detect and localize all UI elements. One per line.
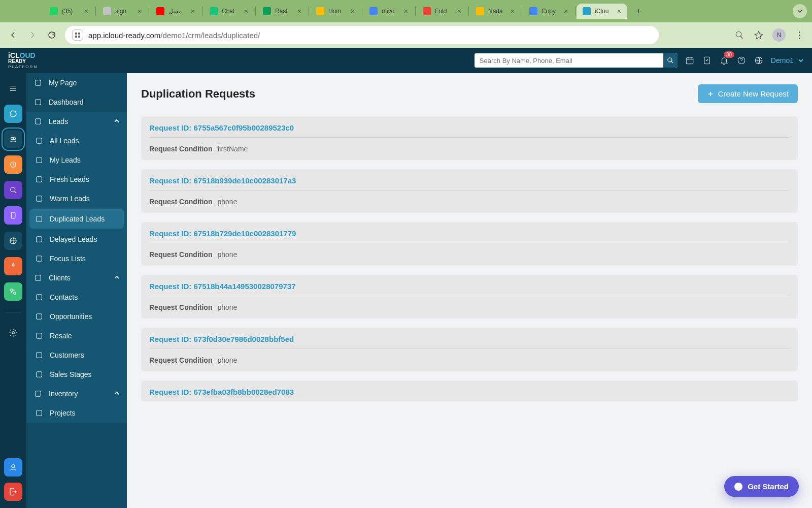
close-icon[interactable]: × [84, 7, 88, 15]
sidebar-item-icon [33, 389, 43, 398]
rail-item-7[interactable] [4, 257, 22, 275]
close-icon[interactable]: × [244, 7, 248, 15]
app-logo[interactable]: iCLOUD READY PLATFORM [8, 52, 38, 69]
request-id-link[interactable]: Request ID: 67518b729de10c0028301779 [149, 229, 296, 238]
svg-point-4 [736, 31, 741, 37]
rail-settings-icon[interactable] [4, 324, 22, 342]
sidebar-item[interactable]: Clients [26, 268, 127, 288]
rail-item-3[interactable] [4, 155, 22, 174]
sidebar-item-label: Duplicated Leads [50, 215, 105, 223]
sidebar-item[interactable]: Delayed Leads [26, 230, 127, 249]
url-box[interactable]: app.icloud-ready.com/demo1/crm/leads/dup… [65, 26, 659, 44]
request-card: Request ID: 67518b44a149530028079737Requ… [141, 275, 798, 319]
svg-rect-24 [37, 157, 42, 163]
search-input[interactable] [475, 53, 663, 68]
sidebar-item[interactable]: Fresh Leads [26, 170, 127, 189]
rail-item-6[interactable] [4, 232, 22, 250]
sidebar-item[interactable]: Inventory [26, 384, 127, 403]
favicon [369, 7, 378, 15]
sidebar-item[interactable]: Leads [26, 112, 127, 131]
create-request-button[interactable]: Create New Request [698, 84, 798, 103]
close-icon[interactable]: × [511, 7, 515, 15]
site-info-icon[interactable] [72, 29, 83, 41]
tab-label: Nada [488, 8, 506, 15]
rail-menu-icon[interactable] [4, 79, 22, 98]
request-id-link[interactable]: Request ID: 673f0d30e7986d0028bbf5ed [149, 335, 294, 343]
close-icon[interactable]: × [404, 7, 408, 15]
tab-overflow-button[interactable] [793, 4, 807, 18]
browser-menu-icon[interactable] [794, 29, 805, 41]
help-icon[interactable] [736, 55, 747, 66]
sidebar-item-icon [35, 331, 44, 340]
favicon [476, 7, 484, 15]
browser-tab[interactable]: Rasf× [257, 4, 308, 19]
rail-user-icon[interactable] [4, 458, 22, 477]
calendar-icon[interactable] [685, 55, 695, 66]
create-button-label: Create New Request [718, 89, 789, 98]
global-search [475, 53, 678, 68]
sidebar-item[interactable]: Duplicated Leads [29, 209, 124, 229]
browser-tab[interactable]: Hom× [310, 4, 361, 19]
close-icon[interactable]: × [138, 7, 142, 15]
browser-tab[interactable]: Nada× [470, 4, 521, 19]
svg-rect-0 [75, 33, 77, 35]
sidebar-item[interactable]: My Leads [26, 150, 127, 170]
sidebar-item[interactable]: Opportunities [26, 307, 127, 326]
profile-avatar[interactable]: N [772, 28, 786, 42]
rail-item-8[interactable] [4, 282, 22, 301]
browser-tab[interactable]: Chat× [204, 4, 254, 19]
close-icon[interactable]: × [617, 7, 621, 15]
new-tab-button[interactable]: + [631, 4, 646, 18]
sidebar-item-icon [33, 98, 43, 107]
forward-button[interactable] [26, 29, 39, 41]
tasks-icon[interactable] [702, 55, 712, 66]
request-id-link[interactable]: Request ID: 6755a567c0f95b00289523c0 [149, 123, 294, 132]
globe-icon[interactable] [754, 55, 764, 66]
back-button[interactable] [7, 29, 19, 41]
rail-logout-icon[interactable] [4, 483, 22, 501]
close-icon[interactable]: × [457, 7, 461, 15]
browser-tab[interactable]: Copy× [523, 4, 574, 19]
browser-tab[interactable]: sign× [97, 4, 148, 19]
request-card: Request ID: 6755a567c0f95b00289523c0Requ… [141, 116, 798, 160]
sidebar-item[interactable]: Customers [26, 345, 127, 365]
zoom-icon[interactable] [734, 29, 745, 41]
browser-tab[interactable]: iClou× [577, 4, 627, 19]
bookmark-icon[interactable] [753, 29, 764, 41]
request-id-link[interactable]: Request ID: 673efba03fb8bb0028ed7083 [149, 388, 294, 396]
rail-item-4[interactable] [4, 181, 22, 199]
close-icon[interactable]: × [191, 7, 195, 15]
close-icon[interactable]: × [297, 7, 301, 15]
sidebar-item[interactable]: Resale [26, 326, 127, 345]
rail-item-5[interactable] [4, 206, 22, 225]
get-started-button[interactable]: Get Started [724, 476, 799, 497]
svg-rect-26 [37, 196, 42, 202]
browser-tab[interactable]: mivo× [363, 4, 414, 19]
sidebar-item[interactable]: All Leads [26, 131, 127, 150]
svg-rect-30 [36, 275, 41, 281]
close-icon[interactable]: × [564, 7, 568, 15]
sidebar-item[interactable]: Sales Stages [26, 365, 127, 384]
browser-tab[interactable]: Fold× [417, 4, 467, 19]
org-switcher[interactable]: Demo1 [771, 56, 804, 65]
sidebar-item[interactable]: Dashboard [26, 92, 127, 112]
request-card: Request ID: 673f0d30e7986d0028bbf5edRequ… [141, 328, 798, 371]
bell-icon[interactable]: 30 [719, 55, 729, 66]
sidebar-item-label: Clients [49, 274, 71, 282]
sidebar-item[interactable]: My Page [26, 73, 127, 92]
close-icon[interactable]: × [351, 7, 355, 15]
sidebar-item[interactable]: Focus Lists [26, 249, 127, 268]
rail-item-1[interactable] [4, 105, 22, 123]
reload-button[interactable] [46, 29, 58, 41]
search-button[interactable] [663, 53, 678, 68]
app-topbar: iCLOUD READY PLATFORM 30 Demo1 [0, 48, 812, 73]
request-id-link[interactable]: Request ID: 67518b44a149530028079737 [149, 282, 296, 291]
sidebar-item[interactable]: Projects [26, 403, 127, 423]
browser-tab[interactable]: (35)× [44, 4, 94, 19]
sidebar-item[interactable]: Warm Leads [26, 189, 127, 208]
rail-item-2[interactable] [4, 130, 22, 148]
browser-tab[interactable]: مسل× [150, 4, 201, 19]
sidebar-item[interactable]: Contacts [26, 288, 127, 307]
request-id-link[interactable]: Request ID: 67518b939de10c00283017a3 [149, 176, 296, 185]
svg-rect-35 [37, 372, 42, 377]
